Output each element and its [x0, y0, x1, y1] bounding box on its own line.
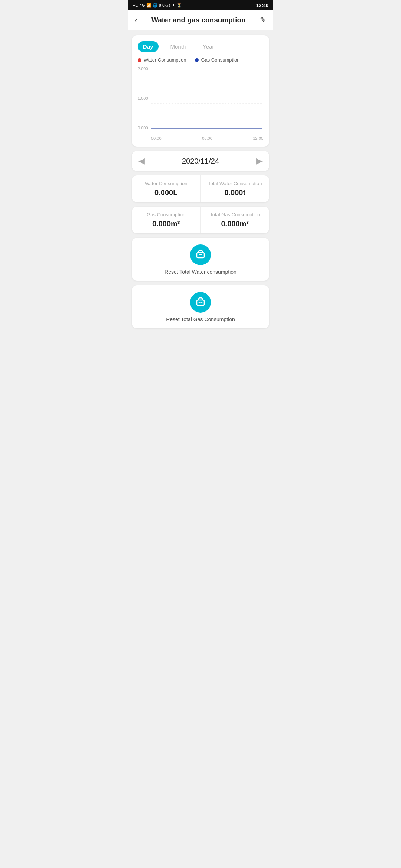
chart-y-labels: 2.000 1.000 0.000 — [138, 66, 151, 130]
tab-month[interactable]: Month — [165, 41, 191, 52]
water-dot — [138, 58, 141, 62]
x-label-0000: 00:00 — [151, 136, 162, 141]
current-date: 2020/11/24 — [182, 157, 219, 165]
water-consumption-cell: Water Consumption 0.000L — [132, 175, 201, 202]
y-label-1000: 1.000 — [138, 96, 151, 101]
total-gas-label: Total Gas Consumption — [207, 212, 264, 217]
legend-gas-label: Gas Consumption — [201, 57, 239, 63]
reset-gas-button[interactable]: Reset Total Gas Consumption — [132, 285, 269, 328]
total-water-label: Total Water Consumption — [207, 181, 264, 186]
chart-svg — [138, 66, 263, 141]
page-title: Water and gas consumption — [151, 16, 246, 24]
reset-gas-icon-circle — [190, 292, 211, 313]
status-bar: HD 4G 📶 🌐 8.6K/s 👁 ⏳ 12:40 — [128, 0, 273, 10]
status-left: HD 4G 📶 🌐 8.6K/s 👁 ⏳ — [133, 3, 182, 8]
tab-day[interactable]: Day — [138, 41, 159, 52]
main-content: Day Month Year Water Consumption Gas Con… — [128, 30, 273, 333]
date-navigator: ◀ 2020/11/24 ▶ — [132, 151, 269, 171]
chart-card: Day Month Year Water Consumption Gas Con… — [132, 35, 269, 147]
gas-stats-row: Gas Consumption 0.000m³ Total Gas Consum… — [132, 207, 269, 233]
legend-water-label: Water Consumption — [144, 57, 186, 63]
reset-gas-icon — [195, 297, 206, 308]
reset-water-icon — [195, 249, 206, 260]
total-water-cell: Total Water Consumption 0.000t — [201, 175, 270, 202]
chart-x-labels: 00:00 06:00 12:00 — [151, 136, 263, 141]
tab-year[interactable]: Year — [198, 41, 219, 52]
reset-water-icon-circle — [190, 244, 211, 265]
status-time: 12:40 — [256, 3, 268, 8]
gas-consumption-cell: Gas Consumption 0.000m³ — [132, 207, 201, 233]
water-consumption-value: 0.000L — [138, 188, 195, 197]
legend-water: Water Consumption — [138, 57, 186, 63]
gas-consumption-label: Gas Consumption — [138, 212, 195, 217]
reset-water-button[interactable]: Reset Total Water consumption — [132, 238, 269, 281]
status-icons: HD 4G 📶 🌐 8.6K/s 👁 ⏳ — [133, 3, 182, 8]
chart-area: 2.000 1.000 0.000 00:00 06:00 12:00 — [138, 66, 263, 141]
svg-rect-5 — [197, 253, 204, 258]
status-right: 12:40 — [256, 3, 268, 8]
svg-rect-6 — [197, 300, 204, 305]
period-tabs: Day Month Year — [138, 41, 263, 52]
prev-date-button[interactable]: ◀ — [135, 155, 149, 167]
gas-stats-card: Gas Consumption 0.000m³ Total Gas Consum… — [132, 207, 269, 233]
edit-button[interactable]: ✎ — [260, 16, 266, 24]
total-gas-value: 0.000m³ — [207, 220, 264, 228]
next-date-button[interactable]: ▶ — [252, 155, 266, 167]
y-label-0: 0.000 — [138, 126, 151, 130]
reset-gas-label: Reset Total Gas Consumption — [166, 316, 235, 322]
x-label-0600: 06:00 — [202, 136, 212, 141]
chart-legend: Water Consumption Gas Consumption — [138, 57, 263, 63]
total-water-value: 0.000t — [207, 188, 264, 197]
gas-consumption-value: 0.000m³ — [138, 220, 195, 228]
y-label-2000: 2.000 — [138, 66, 151, 71]
header: ‹ Water and gas consumption ✎ — [128, 10, 273, 30]
total-gas-cell: Total Gas Consumption 0.000m³ — [201, 207, 270, 233]
back-button[interactable]: ‹ — [135, 16, 137, 24]
gas-dot — [195, 58, 199, 62]
water-consumption-label: Water Consumption — [138, 181, 195, 186]
water-stats-card: Water Consumption 0.000L Total Water Con… — [132, 175, 269, 202]
reset-water-label: Reset Total Water consumption — [164, 269, 237, 275]
legend-gas: Gas Consumption — [195, 57, 239, 63]
x-label-1200: 12:00 — [253, 136, 263, 141]
water-stats-row: Water Consumption 0.000L Total Water Con… — [132, 175, 269, 202]
